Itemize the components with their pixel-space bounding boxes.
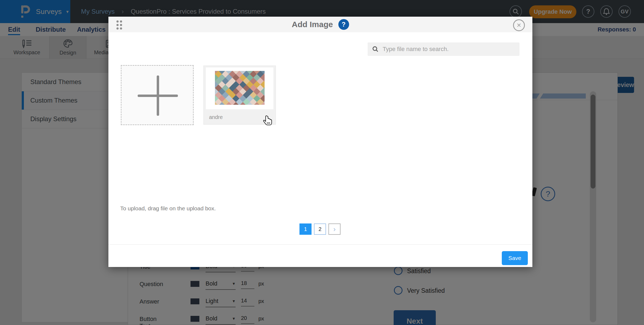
page-1-button[interactable]: 1 — [299, 223, 312, 235]
modal-title: Add Image — [292, 20, 333, 29]
next-page-button[interactable]: › — [328, 223, 341, 235]
close-icon[interactable]: × — [513, 19, 525, 31]
modal-title-row: Add Image ? — [108, 17, 532, 32]
plus-icon — [157, 75, 159, 116]
add-image-modal: Add Image ? × andre To upload, drag file… — [108, 17, 532, 267]
image-name: andre — [209, 114, 223, 120]
image-thumbnail-frame — [206, 67, 273, 109]
mosaic-image — [215, 71, 265, 105]
modal-help-icon[interactable]: ? — [338, 19, 349, 30]
page-2-button[interactable]: 2 — [314, 223, 326, 235]
image-card-andre[interactable]: andre — [203, 66, 276, 125]
pagination: 1 2 › — [299, 223, 341, 235]
upload-hint-text: To upload, drag file on the upload box. — [120, 205, 216, 212]
file-search-box — [368, 42, 519, 56]
save-button[interactable]: Save — [502, 251, 528, 265]
drag-handle-icon[interactable] — [116, 20, 125, 29]
search-icon — [372, 46, 379, 53]
upload-dropzone[interactable] — [121, 65, 194, 125]
footer-divider — [108, 244, 532, 245]
file-search-input[interactable] — [382, 45, 512, 53]
screen: Surveys ▼ My Surveys › QuestionPro : Ser… — [0, 0, 644, 325]
